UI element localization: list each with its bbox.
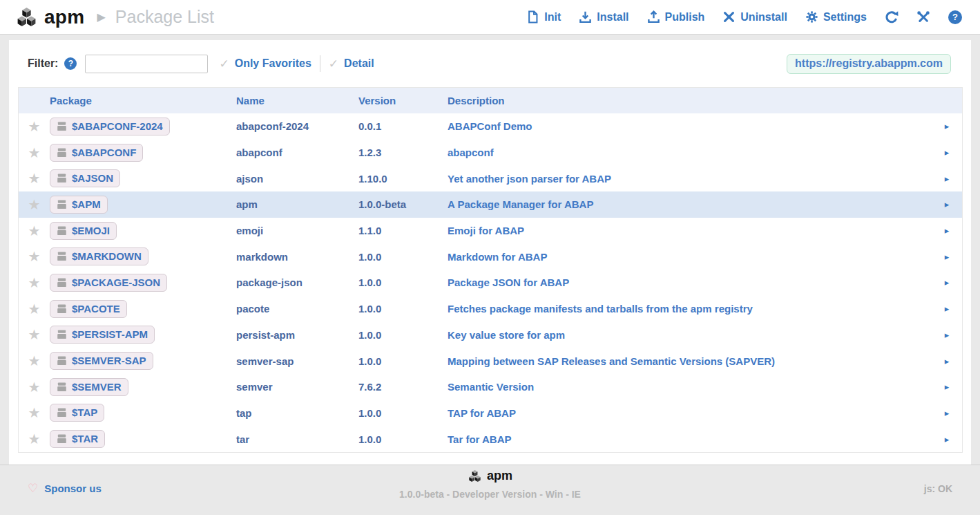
apm-app: apm ▶ Package List Init Install Pub (0, 0, 980, 515)
favorite-star-icon[interactable]: ★ (28, 224, 41, 238)
table-row[interactable]: ★ $EMOJI emoji 1.1.0 Emoji for ABAP ▸ (19, 218, 962, 244)
package-description: Package JSON for ABAP (448, 277, 932, 288)
table-row[interactable]: ★ $AJSON ajson 1.10.0 Yet another json p… (19, 165, 962, 191)
package-description: Markdown for ABAP (448, 251, 932, 263)
package-name: semver-sap (236, 355, 358, 367)
row-expand-arrow-icon[interactable]: ▸ (945, 200, 950, 209)
package-box-icon (57, 251, 67, 261)
favorite-star-icon[interactable]: ★ (28, 276, 41, 290)
favorite-star-icon[interactable]: ★ (28, 250, 41, 263)
x-icon (722, 10, 736, 24)
tools-button[interactable] (916, 10, 930, 24)
refresh-icon (885, 10, 899, 24)
package-name: tar (236, 433, 358, 445)
row-expand-arrow-icon[interactable]: ▸ (945, 252, 950, 261)
favorite-star-icon[interactable]: ★ (28, 354, 41, 368)
package-name: apm (236, 198, 358, 210)
package-name: semver (236, 381, 358, 393)
filter-help-icon[interactable]: ? (64, 57, 77, 70)
package-description: abapconf (448, 147, 932, 158)
package-badge[interactable]: $ABAPCONF-2024 (50, 118, 170, 135)
table-row[interactable]: ★ $ABAPCONF-2024 abapconf-2024 0.0.1 ABA… (19, 113, 962, 140)
publish-button[interactable]: Publish (647, 10, 705, 24)
refresh-button[interactable] (885, 10, 899, 24)
package-name: persist-apm (236, 329, 358, 341)
filter-input[interactable] (85, 55, 208, 73)
package-box-icon (57, 329, 67, 339)
row-expand-arrow-icon[interactable]: ▸ (945, 357, 950, 366)
help-button[interactable]: ? (948, 10, 962, 24)
footer-version-line: 1.0.0-beta - Developer Version - Win - I… (0, 489, 980, 500)
package-description: Mapping between SAP Releases and Semanti… (448, 355, 932, 367)
favorite-star-icon[interactable]: ★ (28, 171, 41, 185)
package-box-icon (57, 407, 67, 418)
package-box-icon (57, 277, 67, 288)
row-expand-arrow-icon[interactable]: ▸ (945, 122, 950, 131)
package-badge[interactable]: $SEMVER (50, 378, 128, 396)
row-expand-arrow-icon[interactable]: ▸ (945, 174, 950, 183)
table-row[interactable]: ★ $APM apm 1.0.0-beta A Package Manager … (19, 191, 962, 218)
package-badge[interactable]: $SEMVER-SAP (50, 352, 153, 370)
package-description: Fetches package manifests and tarballs f… (448, 303, 932, 315)
package-badge[interactable]: $EMOJI (50, 222, 117, 240)
column-header-version: Version (358, 95, 448, 106)
table-row[interactable]: ★ $PERSIST-APM persist-apm 1.0.0 Key val… (19, 322, 962, 348)
favorite-star-icon[interactable]: ★ (28, 198, 41, 212)
apm-logo: apm (15, 6, 84, 28)
favorite-star-icon[interactable]: ★ (28, 302, 41, 316)
favorite-star-icon[interactable]: ★ (28, 328, 41, 341)
row-expand-arrow-icon[interactable]: ▸ (945, 304, 950, 313)
package-description: Tar for ABAP (448, 433, 932, 445)
footer-app-name: apm (487, 469, 512, 483)
only-favorites-checkbox[interactable]: ✓ Only Favorites (219, 57, 311, 71)
table-row[interactable]: ★ $TAP tap 1.0.0 TAP for ABAP ▸ (19, 400, 962, 427)
table-row[interactable]: ★ $PACKAGE-JSON package-json 1.0.0 Packa… (19, 270, 962, 296)
package-badge[interactable]: $TAR (50, 430, 105, 448)
row-expand-arrow-icon[interactable]: ▸ (945, 226, 950, 235)
column-header-name: Name (236, 95, 358, 106)
package-badge[interactable]: $PERSIST-APM (50, 326, 155, 344)
package-badge[interactable]: $AJSON (50, 169, 120, 187)
package-description: Semantic Version (448, 381, 932, 393)
init-button[interactable]: Init (526, 10, 561, 24)
row-expand-arrow-icon[interactable]: ▸ (945, 409, 950, 418)
favorite-star-icon[interactable]: ★ (28, 380, 41, 394)
row-expand-arrow-icon[interactable]: ▸ (945, 382, 950, 391)
package-description: TAP for ABAP (448, 407, 932, 419)
package-badge[interactable]: $PACOTE (50, 300, 127, 318)
footer-center: apm 1.0.0-beta - Developer Version - Win… (0, 469, 980, 500)
row-expand-arrow-icon[interactable]: ▸ (945, 148, 950, 157)
package-badge[interactable]: $APM (50, 196, 108, 214)
package-name: package-json (236, 277, 358, 288)
package-version: 1.1.0 (358, 225, 448, 236)
favorite-star-icon[interactable]: ★ (28, 120, 41, 133)
package-name: abapconf (236, 147, 358, 158)
package-badge[interactable]: $ABAPCONF (50, 144, 143, 162)
settings-button[interactable]: Settings (805, 10, 867, 24)
favorite-star-icon[interactable]: ★ (28, 146, 41, 160)
table-row[interactable]: ★ $ABAPCONF abapconf 1.2.3 abapconf ▸ (19, 140, 962, 166)
table-row[interactable]: ★ $TAR tar 1.0.0 Tar for ABAP ▸ (19, 426, 962, 452)
check-icon: ✓ (329, 57, 338, 71)
row-expand-arrow-icon[interactable]: ▸ (945, 330, 950, 339)
package-description: Emoji for ABAP (448, 225, 932, 236)
table-row[interactable]: ★ $SEMVER semver 7.6.2 Semantic Version … (19, 374, 962, 400)
apm-cubes-icon (468, 469, 482, 483)
detail-checkbox[interactable]: ✓ Detail (329, 57, 374, 71)
package-badge[interactable]: $PACKAGE-JSON (50, 274, 167, 292)
row-expand-arrow-icon[interactable]: ▸ (945, 435, 950, 444)
install-button[interactable]: Install (579, 10, 628, 24)
table-row[interactable]: ★ $PACOTE pacote 1.0.0 Fetches package m… (19, 296, 962, 322)
uninstall-button[interactable]: Uninstall (722, 10, 787, 24)
favorite-star-icon[interactable]: ★ (28, 406, 41, 420)
registry-url-badge[interactable]: https://registry.abappm.com (787, 54, 951, 74)
favorite-star-icon[interactable]: ★ (28, 432, 41, 446)
table-row[interactable]: ★ $MARKDOWN markdown 1.0.0 Markdown for … (19, 243, 962, 270)
column-header-package: Package (50, 95, 236, 106)
package-name: markdown (236, 251, 358, 263)
header-toolbar: Init Install Publish Uninstall (526, 10, 962, 24)
row-expand-arrow-icon[interactable]: ▸ (945, 278, 950, 287)
package-badge[interactable]: $MARKDOWN (50, 247, 148, 265)
table-row[interactable]: ★ $SEMVER-SAP semver-sap 1.0.0 Mapping b… (19, 348, 962, 374)
package-badge[interactable]: $TAP (50, 404, 104, 422)
